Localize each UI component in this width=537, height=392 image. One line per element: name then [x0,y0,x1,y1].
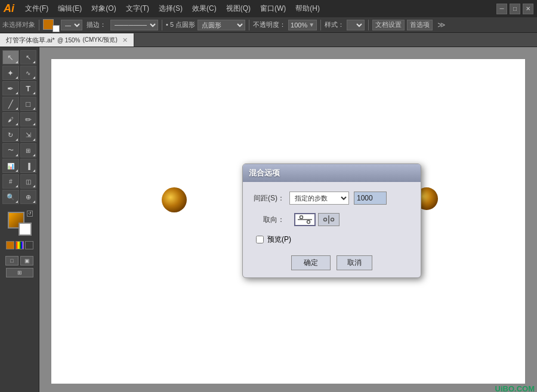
tool-row-2: ✦ ∿ [2,66,36,80]
window-close[interactable]: ✕ [523,4,533,14]
graph-icon: 📊 [7,163,14,169]
menu-text[interactable]: 文字(T) [121,2,154,15]
window-maximize[interactable]: □ [510,4,520,14]
dialog-body: 间距(S)： 指定的步数 取向： [243,182,421,277]
toolbar-divider-4 [320,20,321,30]
dialog-ok-button[interactable]: 确定 [291,255,331,270]
svg-point-1 [300,216,303,219]
no-selection-label: 未选择对象 [2,20,35,29]
direct-select-tool[interactable]: ↖ [20,50,37,64]
stroke-style-select[interactable]: — [61,20,82,30]
dialog-footer: 确定 取消 [249,255,415,270]
stroke-swatch[interactable] [18,223,32,236]
rotate-tool[interactable]: ↻ [2,128,19,142]
toolbar-divider-3 [249,20,249,30]
tool-row-6: ↻ ⇲ [2,128,36,142]
normal-screen-icon[interactable]: □ [5,256,18,266]
menu-help[interactable]: 帮助(H) [291,2,325,15]
tab-title: 灯管字体临草.ai* [6,36,55,45]
graph-tool[interactable]: 📊 [2,159,19,173]
select-icon: ↖ [7,53,14,62]
tool-row-3: ✒ T [2,81,36,95]
type-icon: T [26,84,30,93]
menu-view[interactable]: 视图(Q) [221,2,255,15]
stroke-label: 描边： [85,20,108,29]
mesh-tool[interactable]: # [2,174,19,189]
orientation-perpendicular-button[interactable] [318,213,340,226]
tool-row-9: # ◫ [2,174,36,189]
none-mode-icon[interactable] [25,241,33,249]
magic-wand-tool[interactable]: ✦ [2,66,19,80]
watermark-text: UiBO.COM [495,384,535,392]
color-mode-icons [2,241,36,249]
style-select[interactable] [347,20,365,30]
color-mode-icon[interactable] [6,241,14,249]
warp-tool[interactable]: 〜 [2,143,19,158]
preview-row: 预览(P) [249,234,415,245]
window-minimize[interactable]: ─ [496,4,507,14]
type-tool[interactable]: T [20,81,37,95]
direct-select-icon: ↖ [26,54,31,61]
fill-color-picker[interactable] [43,19,58,31]
preview-checkbox[interactable] [256,236,264,243]
brush-icon: 🖌 [8,116,14,123]
orientation-buttons [294,213,340,226]
tool-row-10: 🔍 ⊕ [2,190,36,204]
select-tool[interactable]: ↖ [2,50,19,64]
menu-file[interactable]: 文件(F) [20,2,53,15]
rotate-icon: ↻ [8,131,13,139]
opacity-dropdown-icon[interactable]: ▼ [308,21,314,28]
line-tool[interactable]: ╱ [2,97,19,111]
stroke-color-select[interactable]: ──────── [110,20,158,30]
menu-effect[interactable]: 效果(C) [187,2,221,15]
tool-row-8: 📊 ▐ [2,159,36,173]
orientation-align-path-button[interactable] [294,213,316,226]
menu-select[interactable]: 选择(S) [154,2,187,15]
free-transform-tool[interactable]: ⊞ [20,143,37,158]
pen-tool[interactable]: ✒ [2,81,19,95]
point-select[interactable]: 点圆形 [197,20,245,30]
opacity-input-wrapper[interactable]: 100% ▼ [288,20,317,30]
canvas-circle-left[interactable] [162,187,187,212]
doc-setup-button[interactable]: 文档设置 [372,20,405,30]
point-label: • 5 点圆形 [166,20,195,29]
reset-color-icon[interactable]: ↺ [27,211,33,217]
menu-edit[interactable]: 编辑(E) [53,2,87,15]
full-screen-icon[interactable]: ▣ [20,256,33,266]
spacing-value-input[interactable] [354,192,387,205]
view-mode-area: □ ▣ ⊞ [0,256,39,277]
brush-tool[interactable]: 🖌 [2,112,19,126]
title-bar: Ai 文件(F) 编辑(E) 对象(O) 文字(T) 选择(S) 效果(C) 视… [0,0,537,17]
lasso-tool[interactable]: ∿ [20,66,37,80]
preview-label: 预览(P) [267,234,291,245]
preferences-button[interactable]: 首选项 [407,20,433,30]
spacing-label: 间距(S)： [249,193,285,203]
tab-bar: 灯管字体临草.ai* @ 150% (CMYK/预览) ✕ [0,33,537,47]
menu-object[interactable]: 对象(O) [87,2,121,15]
blend-options-dialog: 混合远项 间距(S)： 指定的步数 取向： [242,163,421,278]
rect-tool[interactable]: □ [20,97,37,111]
gradient-tool[interactable]: ◫ [20,174,37,189]
spacing-select[interactable]: 指定的步数 [289,192,349,205]
pencil-tool[interactable]: ✏ [20,112,37,126]
toolbar-divider-5 [368,20,369,30]
gradient-mode-icon[interactable] [16,241,24,249]
view-toggle-icon[interactable]: ⊞ [6,268,33,277]
color-area: ↺ [5,208,34,236]
menu-window[interactable]: 窗口(W) [255,2,291,15]
magic-wand-icon: ✦ [7,69,14,78]
dialog-title-bar[interactable]: 混合远项 [243,164,421,182]
zoom-tool[interactable]: ⊕ [20,190,37,204]
scale-tool[interactable]: ⇲ [20,128,37,142]
warp-icon: 〜 [8,146,14,155]
toolbar-expand-icon[interactable]: ≫ [437,20,446,29]
column-graph-tool[interactable]: ▐ [20,159,37,173]
free-transform-icon: ⊞ [26,147,30,154]
document-tab[interactable]: 灯管字体临草.ai* @ 150% (CMYK/预览) ✕ [0,33,134,47]
tool-row-5: 🖌 ✏ [2,112,36,126]
dialog-cancel-button[interactable]: 取消 [337,255,372,270]
fill-stroke-indicator[interactable]: ↺ [8,212,32,236]
tab-close-icon[interactable]: ✕ [122,36,128,44]
eyedropper-tool[interactable]: 🔍 [2,190,19,204]
mesh-icon: # [9,178,13,185]
